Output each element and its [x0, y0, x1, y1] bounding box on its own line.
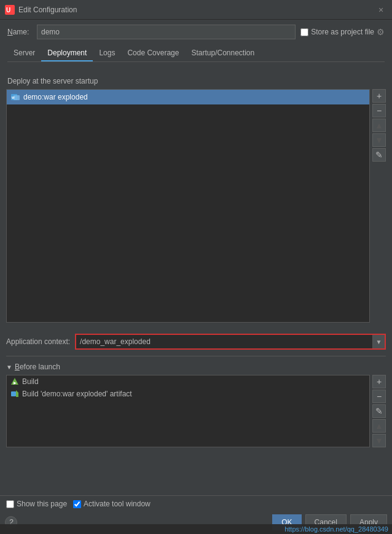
build-artifact-item-text: Build 'demo:war exploded' artifact: [22, 390, 132, 398]
deploy-edit-button[interactable]: ✎: [372, 148, 386, 162]
build-artifact-icon: [10, 390, 19, 398]
store-checkbox[interactable]: [300, 28, 308, 36]
launch-side-buttons: + − ✎ ▲ ▼: [372, 375, 386, 447]
name-label: Name:: [7, 28, 32, 36]
launch-down-button[interactable]: ▼: [372, 434, 386, 447]
title-bar: U Edit Configuration ×: [0, 0, 392, 20]
app-context-dropdown[interactable]: ▼: [372, 335, 385, 348]
store-row: Store as project file ⚙: [300, 27, 385, 37]
bottom-options: Show this page Activate tool window: [0, 496, 392, 512]
deploy-side-buttons: + − ▲ ▼ ✎: [372, 89, 386, 323]
store-label: Store as project file: [311, 28, 374, 36]
url-overlay: https://blog.csdn.net/qq_28480349: [0, 524, 392, 534]
name-input[interactable]: [37, 25, 296, 39]
close-button[interactable]: ×: [375, 4, 387, 16]
show-page-checkbox[interactable]: [6, 500, 14, 508]
tabs-bar: Server Deployment Logs Code Coverage Sta…: [7, 45, 385, 62]
before-launch-section: ▼ Before launch ▶ Build: [6, 363, 386, 447]
svg-text:W: W: [12, 96, 15, 100]
launch-item-build[interactable]: ▶ Build: [7, 375, 369, 388]
before-launch-label: Before launch: [15, 363, 60, 371]
content-area: Deploy at the server startup W demo:war …: [0, 67, 392, 452]
activate-checkbox-wrap: Activate tool window: [73, 500, 151, 508]
app-context-input[interactable]: [76, 335, 372, 348]
tab-startup-connection[interactable]: Startup/Connection: [185, 45, 261, 61]
deploy-section: Deploy at the server startup W demo:war …: [6, 72, 386, 328]
launch-add-button[interactable]: +: [372, 375, 386, 388]
activate-checkbox[interactable]: [73, 500, 81, 508]
deploy-list[interactable]: W demo:war exploded: [6, 89, 370, 323]
bottom-bar: Show this page Activate tool window ? OK…: [0, 495, 392, 534]
activate-label: Activate tool window: [84, 500, 151, 508]
deploy-list-item[interactable]: W demo:war exploded: [7, 90, 369, 104]
before-launch-area: ▶ Build Build 'demo:war exploded' artifa…: [6, 375, 386, 447]
launch-edit-button[interactable]: ✎: [372, 404, 386, 418]
launch-up-button[interactable]: ▲: [372, 419, 386, 433]
svg-rect-7: [11, 391, 16, 396]
show-page-checkbox-wrap: Show this page: [6, 500, 67, 508]
app-context-row: Application context: ▼: [6, 334, 386, 350]
launch-item-build-artifact[interactable]: Build 'demo:war exploded' artifact: [7, 388, 369, 400]
gear-icon[interactable]: ⚙: [377, 27, 385, 37]
dialog-title: Edit Configuration: [18, 6, 77, 14]
tab-logs[interactable]: Logs: [93, 45, 121, 61]
app-icon: U: [5, 5, 15, 15]
tab-deployment[interactable]: Deployment: [41, 45, 93, 61]
svg-text:U: U: [6, 7, 10, 14]
svg-text:▶: ▶: [14, 381, 17, 385]
deploy-remove-button[interactable]: −: [372, 104, 386, 117]
deploy-down-button[interactable]: ▼: [372, 133, 386, 147]
deploy-add-button[interactable]: +: [372, 89, 386, 103]
show-page-label: Show this page: [17, 500, 67, 508]
app-context-input-wrap: ▼: [75, 334, 386, 350]
tab-code-coverage[interactable]: Code Coverage: [121, 45, 185, 61]
war-exploded-icon: W: [10, 92, 20, 102]
app-context-label: Application context:: [6, 337, 70, 346]
before-launch-header: ▼ Before launch: [6, 363, 386, 371]
deploy-label: Deploy at the server startup: [6, 77, 386, 85]
deploy-area: W demo:war exploded + − ▲ ▼ ✎: [6, 89, 386, 323]
divider: [6, 356, 386, 356]
build-icon: ▶: [10, 377, 19, 386]
tab-server[interactable]: Server: [7, 45, 41, 61]
launch-remove-button[interactable]: −: [372, 390, 386, 403]
collapse-arrow[interactable]: ▼: [6, 364, 12, 371]
name-row: Name: Store as project file ⚙: [7, 25, 385, 39]
build-item-text: Build: [22, 377, 39, 386]
svg-marker-8: [16, 390, 18, 393]
deploy-item-text: demo:war exploded: [23, 93, 88, 101]
before-launch-list[interactable]: ▶ Build Build 'demo:war exploded' artifa…: [6, 375, 370, 447]
svg-rect-9: [16, 393, 18, 397]
deploy-up-button[interactable]: ▲: [372, 119, 386, 132]
